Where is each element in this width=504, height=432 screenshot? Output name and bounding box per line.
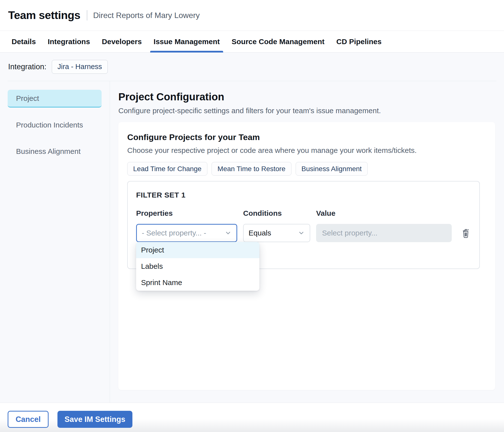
chevron-down-icon <box>225 230 232 236</box>
dropdown-option-project[interactable]: Project <box>136 242 259 258</box>
sidebar-item-production-incidents[interactable]: Production Incidents <box>8 116 102 134</box>
card-title: Configure Projects for your Team <box>127 132 486 142</box>
integration-chip-jira-harness[interactable]: Jira - Harness <box>52 60 108 74</box>
integration-label: Integration: <box>8 62 46 71</box>
configure-projects-card: Configure Projects for your Team Choose … <box>118 122 495 390</box>
main-panel: Project Configuration Configure project-… <box>110 81 504 403</box>
sidebar-item-label: Business Alignment <box>16 147 81 156</box>
team-settings-page: Team settings Direct Reports of Mary Low… <box>0 0 504 432</box>
column-header-value: Value <box>316 209 452 217</box>
dropdown-option-sprint-name[interactable]: Sprint Name <box>136 274 259 291</box>
filter-grid: Properties Conditions Value - Select pro… <box>136 209 471 242</box>
title-separator <box>87 10 87 20</box>
value-input-placeholder: Select property... <box>322 229 378 237</box>
card-subtitle: Choose your respective project or code a… <box>127 146 486 155</box>
sidebar-item-business-alignment[interactable]: Business Alignment <box>8 143 102 160</box>
integration-row: Integration: Jira - Harness <box>0 53 504 81</box>
filter-set-1: FILTER SET 1 Properties Conditions Value… <box>127 181 480 269</box>
chip-lead-time-for-change[interactable]: Lead Time for Change <box>127 162 207 176</box>
chip-mean-time-to-restore[interactable]: Mean Time to Restore <box>212 162 291 176</box>
team-name-subtitle: Direct Reports of Mary Lowery <box>93 11 200 20</box>
column-header-properties: Properties <box>136 209 237 217</box>
tab-source-code-management[interactable]: Source Code Management <box>228 31 328 52</box>
footer-actionbar: Cancel Save IM Settings <box>0 403 504 432</box>
property-select-placeholder: - Select property... - <box>142 229 206 237</box>
condition-select-value: Equals <box>249 229 271 237</box>
save-im-settings-button[interactable]: Save IM Settings <box>57 411 132 428</box>
tab-cd-pipelines[interactable]: CD Pipelines <box>333 31 385 52</box>
delete-filter-button[interactable] <box>460 226 472 240</box>
settings-sidebar: Project Production Incidents Business Al… <box>0 81 110 403</box>
settings-tabbar: Details Integrations Developers Issue Ma… <box>0 31 504 53</box>
value-input[interactable]: Select property... <box>316 224 452 242</box>
condition-select[interactable]: Equals <box>243 224 310 242</box>
sidebar-item-label: Production Incidents <box>16 121 83 129</box>
cancel-button[interactable]: Cancel <box>8 411 49 428</box>
settings-body: Project Production Incidents Business Al… <box>0 81 504 403</box>
column-header-conditions: Conditions <box>243 209 310 217</box>
chevron-down-icon <box>298 230 305 236</box>
dropdown-option-labels[interactable]: Labels <box>136 258 259 274</box>
tab-issue-management[interactable]: Issue Management <box>150 31 223 52</box>
tab-integrations[interactable]: Integrations <box>44 31 93 52</box>
property-select[interactable]: - Select property... - Project Labels Sp… <box>136 224 237 242</box>
property-dropdown: Project Labels Sprint Name <box>136 242 259 291</box>
chip-business-alignment[interactable]: Business Alignment <box>296 162 368 176</box>
trash-icon <box>461 227 471 238</box>
content-area: Integration: Jira - Harness Project Prod… <box>0 53 504 403</box>
page-header: Team settings Direct Reports of Mary Low… <box>0 0 504 31</box>
tab-developers[interactable]: Developers <box>98 31 145 52</box>
metric-chip-row: Lead Time for Change Mean Time to Restor… <box>127 162 486 176</box>
sidebar-item-project[interactable]: Project <box>8 90 102 108</box>
sidebar-item-label: Project <box>16 94 39 103</box>
page-title: Team settings <box>8 9 80 22</box>
section-title: Project Configuration <box>118 91 495 103</box>
filter-set-title: FILTER SET 1 <box>136 191 471 199</box>
tab-details[interactable]: Details <box>8 31 39 52</box>
section-subtitle: Configure project-specific settings and … <box>118 107 495 115</box>
